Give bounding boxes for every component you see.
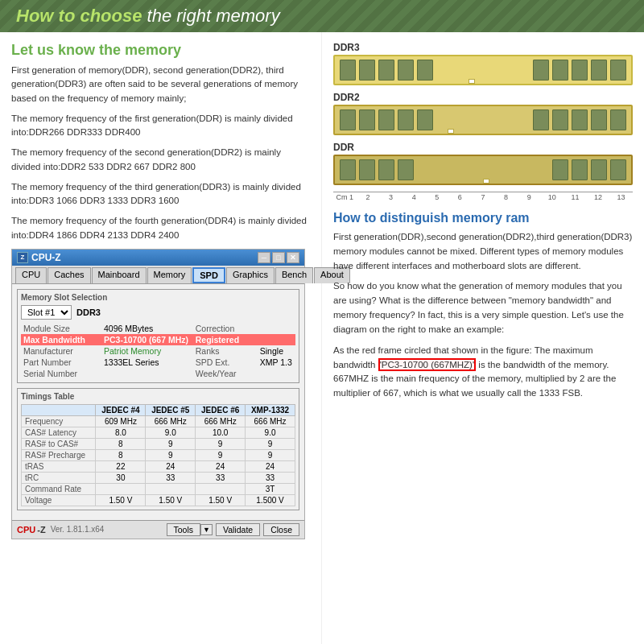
slot-type: DDR3 xyxy=(76,308,101,317)
cpuz-footer-left: CPU -Z Ver. 1.81.1.x64 xyxy=(17,525,104,535)
maximize-button[interactable]: □ xyxy=(272,252,285,263)
timing-val: 9 xyxy=(196,438,246,449)
timing-val: 1.50 V xyxy=(96,494,146,506)
timing-val: 22 xyxy=(96,460,146,472)
timing-val: 24 xyxy=(146,460,196,472)
header-title: How to choose the right memory xyxy=(16,6,280,27)
stick-notch xyxy=(469,79,475,84)
cpuz-footer-buttons: Tools ▼ Validate Close xyxy=(167,523,299,536)
slot-select[interactable]: Slot #1 xyxy=(21,305,72,320)
label-spd-ext: SPD Ext. xyxy=(193,357,258,368)
timing-label: Command Rate xyxy=(22,483,96,494)
validate-button[interactable]: Validate xyxy=(216,523,260,536)
label-serial-number: Serial Number xyxy=(21,368,101,379)
stick-visual-ddr xyxy=(333,155,633,185)
memory-chip xyxy=(359,159,375,180)
timing-label: RAS# Precharge xyxy=(22,449,96,460)
memory-ruler: Cm 1 2 3 4 5 6 7 8 9 10 11 12 13 xyxy=(333,192,633,201)
cpuz-tab-bar: CPU Caches Mainboard Memory SPD Graphics… xyxy=(12,266,304,284)
timing-val: 24 xyxy=(196,460,246,472)
timings-group: Timings Table JEDEC #4 JEDEC #5 JEDEC #6… xyxy=(17,388,299,510)
timing-val: 1.500 V xyxy=(246,494,295,506)
timing-val: 24 xyxy=(246,460,295,472)
module-info-table: Module Size 4096 MBytes Correction Max B… xyxy=(21,323,295,379)
timing-val: 1.50 V xyxy=(146,494,196,506)
value-module-size: 4096 MBytes xyxy=(101,323,193,334)
memory-chip xyxy=(378,159,394,180)
close-button[interactable]: ✕ xyxy=(287,252,299,263)
tools-button[interactable]: Tools xyxy=(167,523,201,536)
cpuz-footer-logo: CPU -Z xyxy=(17,525,46,535)
value-week-year xyxy=(258,368,295,379)
timing-val: 9 xyxy=(196,449,246,460)
label-week-year: Week/Year xyxy=(193,368,258,379)
memory-slot-group: Memory Slot Selection Slot #1 DDR3 Modul… xyxy=(17,289,299,383)
value-manufacturer: Patriot Memory xyxy=(101,345,193,357)
memory-chip xyxy=(417,109,433,130)
timing-val: 33 xyxy=(246,472,295,483)
right-panel: DDR3 DDR2 xyxy=(322,32,644,644)
tools-dropdown[interactable]: Tools ▼ xyxy=(167,523,213,536)
value-spd-ext: XMP 1.3 xyxy=(258,357,295,368)
timing-row-frequency: Frequency 609 MHz 666 MHz 666 MHz 666 MH… xyxy=(22,415,295,427)
tab-spd[interactable]: SPD xyxy=(192,267,225,283)
timing-row-voltage: Voltage 1.50 V 1.50 V 1.50 V 1.500 V xyxy=(22,494,295,506)
stick-notch xyxy=(483,179,489,184)
memory-chip xyxy=(572,60,588,80)
left-section-title: Let us know the memory xyxy=(11,42,310,59)
memory-chip xyxy=(572,159,588,180)
timing-val xyxy=(146,483,196,494)
minimize-button[interactable]: ─ xyxy=(258,252,270,263)
label-ranks: Ranks xyxy=(193,345,258,357)
stick-visual-ddr3 xyxy=(333,55,633,85)
left-para-1: First generation of memory(DDR), second … xyxy=(11,64,310,105)
timing-row-command: Command Rate 3T xyxy=(22,483,295,494)
timing-val: 30 xyxy=(96,472,146,483)
tab-memory[interactable]: Memory xyxy=(147,267,192,283)
memory-chip xyxy=(398,60,414,80)
value-correction xyxy=(258,323,295,334)
table-row-bandwidth: Max Bandwidth PC3-10700 (667 MHz) Regist… xyxy=(21,334,295,345)
memory-chip xyxy=(610,60,626,80)
label-registered: Registered xyxy=(193,334,258,345)
close-button[interactable]: Close xyxy=(263,523,299,536)
memory-chip xyxy=(340,159,356,180)
timing-val: 666 MHz xyxy=(196,415,246,427)
tab-graphics[interactable]: Graphics xyxy=(226,267,275,283)
timings-group-title: Timings Table xyxy=(21,392,295,401)
timing-val: 9 xyxy=(246,449,295,460)
table-row: Part Number 1333EL Series SPD Ext. XMP 1… xyxy=(21,357,295,368)
tab-caches[interactable]: Caches xyxy=(47,267,90,283)
ruler-num: 3 xyxy=(379,193,402,201)
memory-slot-group-title: Memory Slot Selection xyxy=(21,293,295,302)
memory-chip xyxy=(417,60,433,80)
tools-dropdown-arrow[interactable]: ▼ xyxy=(200,524,213,535)
value-serial-number xyxy=(101,368,193,379)
timing-val: 1.50 V xyxy=(196,494,246,506)
tab-cpu[interactable]: CPU xyxy=(15,267,47,283)
memory-chip xyxy=(552,109,568,130)
timing-val: 33 xyxy=(146,472,196,483)
label-max-bandwidth: Max Bandwidth xyxy=(21,334,101,345)
header-title-green: How to choose xyxy=(16,6,142,26)
tab-mainboard[interactable]: Mainboard xyxy=(92,267,147,283)
table-row: Manufacturer Patriot Memory Ranks Single xyxy=(21,345,295,357)
timing-val xyxy=(96,483,146,494)
right-section-title: How to distinguish memory ram xyxy=(333,211,633,225)
left-para-5: The memory frequency of the fourth gener… xyxy=(11,214,310,242)
memory-chip xyxy=(591,109,607,130)
value-ranks: Single xyxy=(258,345,295,357)
highlighted-bandwidth: 'PC3-10700 (667MHZ)' xyxy=(378,358,477,371)
tab-bench[interactable]: Bench xyxy=(275,267,313,283)
th-label xyxy=(22,404,96,415)
ruler-num: 5 xyxy=(425,193,448,201)
cpuz-cpu-label: CPU xyxy=(17,525,35,535)
ruler-num: 2 xyxy=(357,193,380,201)
memory-chip xyxy=(359,60,375,80)
timing-val: 609 MHz xyxy=(96,415,146,427)
cpuz-title: CPU-Z xyxy=(31,252,61,263)
timing-val: 666 MHz xyxy=(146,415,196,427)
timing-label: tRC xyxy=(22,472,96,483)
page-header: How to choose the right memory xyxy=(0,0,644,32)
timings-table: JEDEC #4 JEDEC #5 JEDEC #6 XMP-1332 Freq… xyxy=(21,404,295,506)
